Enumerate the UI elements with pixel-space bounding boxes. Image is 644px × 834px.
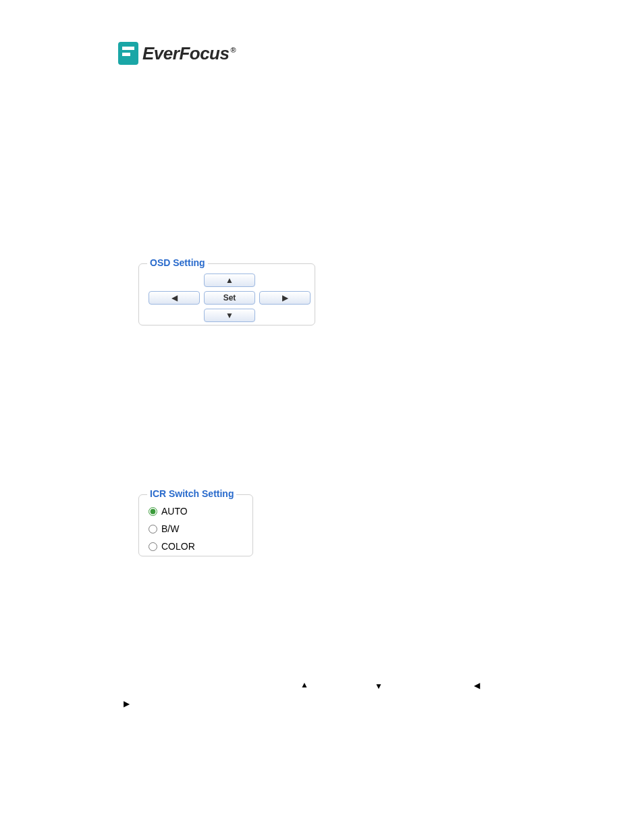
icr-radio-auto[interactable] xyxy=(149,507,157,516)
osd-setting-legend: OSD Setting xyxy=(147,257,208,268)
icr-label-bw: B/W xyxy=(161,523,179,534)
brand-name-text: EverFocus xyxy=(142,43,229,63)
icr-label-auto: AUTO xyxy=(161,506,188,517)
inline-triangle-right-icon: ▶ xyxy=(124,700,130,708)
icr-option-color[interactable]: COLOR xyxy=(149,541,195,552)
brand-name: EverFocus® xyxy=(142,43,236,64)
osd-left-button[interactable]: ◀ xyxy=(149,291,200,305)
osd-right-button[interactable]: ▶ xyxy=(259,291,311,305)
triangle-right-icon: ▶ xyxy=(282,293,288,303)
osd-setting-panel: OSD Setting ▲ ◀ Set ▶ ▼ xyxy=(138,263,315,325)
triangle-left-icon: ◀ xyxy=(171,293,178,303)
icr-label-color: COLOR xyxy=(161,541,195,552)
osd-down-button[interactable]: ▼ xyxy=(204,309,255,322)
icr-switch-panel: ICR Switch Setting AUTO B/W COLOR xyxy=(138,494,253,556)
icr-option-bw[interactable]: B/W xyxy=(149,523,179,534)
icr-radio-bw[interactable] xyxy=(149,525,157,533)
osd-set-button[interactable]: Set xyxy=(204,291,255,305)
icr-option-auto[interactable]: AUTO xyxy=(149,506,188,517)
icr-radio-color[interactable] xyxy=(149,542,157,551)
icr-switch-legend: ICR Switch Setting xyxy=(147,488,236,499)
osd-up-button[interactable]: ▲ xyxy=(204,273,255,287)
osd-set-label: Set xyxy=(223,293,236,303)
page: EverFocus® OSD Setting ▲ ◀ Set ▶ ▼ ICR S… xyxy=(0,0,644,834)
registered-mark: ® xyxy=(230,46,236,54)
inline-triangle-left-icon: ◀ xyxy=(474,681,480,689)
brand-mark-icon xyxy=(118,42,138,65)
inline-triangle-up-icon: ▲ xyxy=(300,681,308,689)
triangle-up-icon: ▲ xyxy=(225,276,234,285)
inline-triangle-down-icon: ▼ xyxy=(375,682,383,690)
brand-logo: EverFocus® xyxy=(118,42,236,65)
triangle-down-icon: ▼ xyxy=(225,311,234,320)
